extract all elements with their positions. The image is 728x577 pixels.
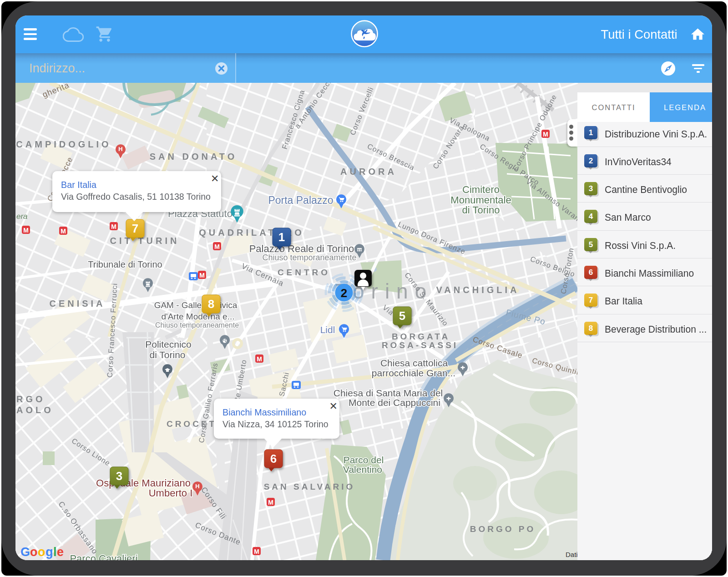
svg-text:M: M [199,272,205,279]
svg-text:o: o [30,545,38,559]
svg-text:GAM - Galleria Civica: GAM - Galleria Civica [154,300,238,310]
svg-text:CENISIA: CENISIA [49,299,105,309]
svg-text:CENTRO: CENTRO [278,268,330,277]
svg-text:H: H [118,146,122,152]
svg-text:Monte dei Cappuccini: Monte dei Cappuccini [349,397,440,408]
svg-text:7: 7 [132,222,138,235]
svg-text:Chiuso temporaneamente: Chiuso temporaneamente [155,321,239,329]
svg-text:Chiesa di Santa Maria del: Chiesa di Santa Maria del [334,388,443,398]
svg-text:d'Arte Moderna e...: d'Arte Moderna e... [162,312,235,321]
svg-text:6: 6 [270,452,277,466]
svg-text:Valentino: Valentino [343,464,382,475]
svg-text:M: M [257,355,262,363]
svg-text:BORGO PO: BORGO PO [470,524,536,534]
svg-text:VANCHIGLIA: VANCHIGLIA [436,285,520,295]
svg-text:SAN DONATO: SAN DONATO [150,152,238,162]
svg-text:M: M [254,548,259,555]
svg-text:H: H [195,483,199,490]
svg-text:M: M [61,228,66,235]
svg-text:CAMPIDOGLIO: CAMPIDOGLIO [16,139,111,149]
svg-text:AURORA: AURORA [340,167,397,177]
svg-text:2: 2 [341,286,347,300]
svg-text:SAN SALVARIO: SAN SALVARIO [264,482,355,491]
svg-text:ROSA-SASSI: ROSA-SASSI [382,340,458,350]
svg-text:5: 5 [399,309,405,323]
svg-text:Chiuso temporaneamente: Chiuso temporaneamente [262,253,356,262]
svg-text:Dati: Dati [566,551,578,558]
svg-text:Parco del: Parco del [344,455,384,465]
svg-text:l: l [53,545,57,559]
svg-text:M: M [214,243,220,250]
svg-text:Parco Cavalieri: Parco Cavalieri [70,553,137,560]
svg-text:M: M [543,131,548,138]
svg-text:RGO: RGO [16,394,46,404]
svg-text:M: M [23,227,29,234]
svg-text:M: M [268,499,273,506]
svg-text:parrocchiale Gran...: parrocchiale Gran... [372,368,455,378]
svg-text:G: G [20,545,30,559]
svg-text:M: M [111,223,116,230]
svg-text:di Torino: di Torino [462,204,500,216]
svg-text:o: o [38,545,46,559]
svg-text:8: 8 [208,297,214,311]
svg-text:di Torino: di Torino [150,349,186,360]
svg-text:Tribunale di Torino: Tribunale di Torino [88,259,162,269]
svg-text:g: g [46,545,53,559]
svg-text:e: e [57,545,64,559]
svg-text:AOLO: AOLO [16,405,54,415]
svg-text:Lidl: Lidl [320,324,335,335]
svg-text:3: 3 [116,469,122,483]
svg-text:era: era [16,212,28,221]
svg-text:Umberto I: Umberto I [149,487,193,499]
svg-text:Porta Palazzo: Porta Palazzo [268,194,333,206]
svg-text:Cimitero: Cimitero [462,184,500,195]
svg-text:Politecnico: Politecnico [145,339,192,349]
svg-text:BORGATA: BORGATA [392,332,450,341]
svg-text:Chiesa cattolica: Chiesa cattolica [380,358,448,368]
svg-text:CIT TURIN: CIT TURIN [110,236,180,246]
svg-text:1: 1 [278,230,285,244]
